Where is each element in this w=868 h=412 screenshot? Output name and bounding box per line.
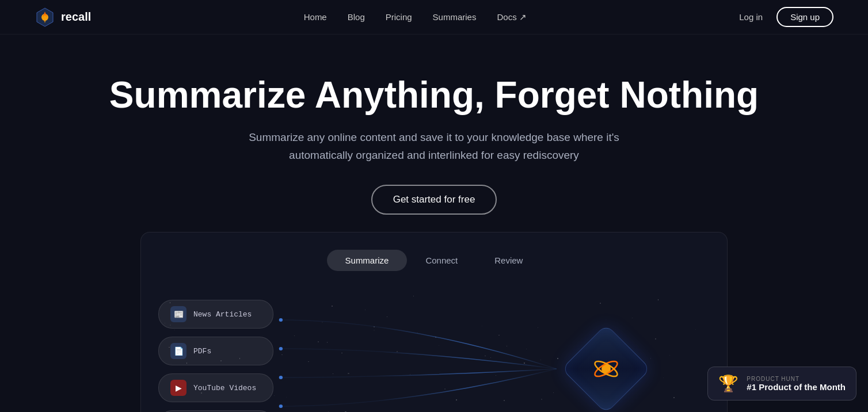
svg-point-4: [279, 318, 283, 322]
trophy-icon: 🏆: [718, 374, 738, 393]
pdf-label: PDFs: [193, 347, 211, 356]
orb-inner-icon: [589, 352, 623, 386]
cta-button[interactable]: Get started for free: [371, 185, 497, 215]
hero-section: Summarize Anything, Forget Nothing Summa…: [0, 35, 868, 412]
product-hunt-badge[interactable]: 🏆 PRODUCT HUNT #1 Product of the Month: [707, 367, 856, 400]
signup-button[interactable]: Sign up: [776, 7, 833, 27]
ph-title: #1 Product of the Month: [747, 382, 846, 392]
tab-review[interactable]: Review: [476, 250, 541, 271]
youtube-icon: ▶: [170, 380, 186, 396]
nav-blog[interactable]: Blog: [348, 12, 365, 22]
ph-text: PRODUCT HUNT #1 Product of the Month: [747, 376, 846, 392]
center-orb: [572, 334, 641, 403]
demo-container: Summarize Connect Review 📰 News Articles…: [140, 232, 728, 412]
logo-icon: [35, 7, 55, 28]
svg-point-7: [279, 405, 283, 408]
login-button[interactable]: Log in: [739, 12, 763, 22]
news-icon: 📰: [170, 306, 186, 322]
nav-right: Log in Sign up: [739, 7, 833, 27]
hero-subtitle: Summarize any online content and save it…: [227, 129, 641, 164]
list-item[interactable]: ▶ YouTube Videos: [158, 373, 273, 402]
demo-tabs: Summarize Connect Review: [158, 250, 710, 271]
demo-content: 📰 News Articles 📄 PDFs ▶ YouTube Videos …: [158, 294, 710, 412]
svg-point-5: [279, 347, 283, 350]
youtube-label: YouTube Videos: [193, 384, 256, 392]
news-label: News Articles: [193, 310, 252, 319]
list-item[interactable]: 📰 News Articles: [158, 300, 273, 329]
navigation: recall Home Blog Pricing Summaries Docs …: [0, 0, 868, 35]
nav-home[interactable]: Home: [304, 12, 327, 22]
pdf-icon: 📄: [170, 343, 186, 359]
svg-point-6: [279, 376, 283, 379]
tab-connect[interactable]: Connect: [407, 250, 476, 271]
logo[interactable]: recall: [35, 7, 91, 28]
nav-summaries[interactable]: Summaries: [433, 12, 477, 22]
nav-docs[interactable]: Docs ↗: [497, 12, 526, 22]
content-items-list: 📰 News Articles 📄 PDFs ▶ YouTube Videos …: [158, 294, 273, 412]
ph-label: PRODUCT HUNT: [747, 376, 846, 382]
hero-title: Summarize Anything, Forget Nothing: [12, 75, 856, 115]
list-item[interactable]: 📄 PDFs: [158, 337, 273, 365]
logo-text: recall: [61, 10, 91, 24]
nav-links: Home Blog Pricing Summaries Docs ↗: [304, 12, 527, 22]
tab-summarize[interactable]: Summarize: [327, 250, 408, 271]
nav-pricing[interactable]: Pricing: [386, 12, 412, 22]
